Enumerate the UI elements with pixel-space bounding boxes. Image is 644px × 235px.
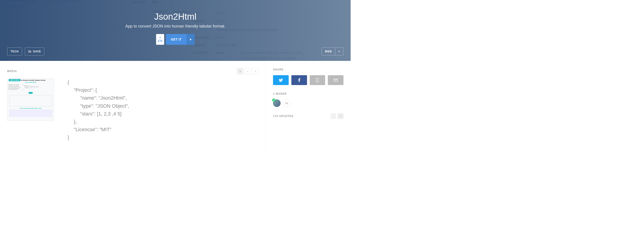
save-label: SAVE bbox=[33, 50, 41, 53]
chevron-left-icon: ‹ bbox=[247, 69, 248, 73]
upvote-button[interactable]: ▲ 172 bbox=[156, 34, 164, 45]
triangle-up-icon: ▲ bbox=[159, 36, 161, 39]
upvotes-next-button[interactable]: › bbox=[338, 113, 344, 119]
add-maker-label: M bbox=[286, 102, 288, 105]
share-section-label: SHARE bbox=[273, 68, 344, 71]
get-it-dropdown[interactable]: ▾ bbox=[186, 34, 194, 45]
preview-line: }, bbox=[68, 118, 250, 126]
facebook-icon bbox=[298, 78, 300, 82]
list-icon bbox=[28, 50, 31, 53]
preview-line: "Licencse": "MIT" bbox=[68, 126, 250, 133]
share-twitter-button[interactable] bbox=[273, 75, 289, 85]
get-it-button[interactable]: GET IT bbox=[166, 34, 186, 45]
preview-line: "name": "Json2Html", bbox=[68, 94, 250, 102]
media-section-label: MEDIA bbox=[7, 70, 17, 73]
chevron-right-icon: › bbox=[255, 69, 256, 73]
thumb-run-button bbox=[28, 92, 33, 94]
plus-icon: + bbox=[338, 50, 340, 53]
preview-line: "type": "JSON Object", bbox=[68, 102, 250, 110]
media-prev-button[interactable]: ‹ bbox=[245, 68, 251, 74]
media-gallery: JSON 2 HTML JSON to Human friendly Tabul… bbox=[7, 78, 258, 141]
chevron-right-icon: › bbox=[340, 115, 341, 118]
preview-line: } bbox=[68, 133, 250, 141]
thumb-sub: Input Valid JSON bbox=[8, 82, 54, 83]
twitter-icon bbox=[279, 79, 283, 82]
media-thumbnail-1[interactable]: JSON 2 HTML JSON to Human friendly Tabul… bbox=[7, 78, 54, 121]
thumb-table bbox=[9, 95, 52, 106]
hero-banner: Twitter-Bootstrap and Font-awesome icon … bbox=[0, 0, 350, 61]
preview-line: { bbox=[68, 78, 250, 86]
get-it-button-group: GET IT ▾ bbox=[166, 34, 194, 45]
add-platform-button[interactable]: + bbox=[335, 48, 343, 55]
svg-point-6 bbox=[317, 81, 318, 82]
save-button[interactable]: SAVE bbox=[25, 48, 44, 56]
product-tagline: App to convert JSON into human friendly … bbox=[0, 24, 350, 29]
add-maker-button[interactable]: M bbox=[283, 99, 290, 107]
tech-tag-button[interactable]: TECH bbox=[7, 48, 22, 56]
thumb-footer: Auto-Generated HTML Table Code: bbox=[8, 108, 54, 109]
product-title: Json2Html bbox=[0, 0, 350, 22]
maker-badge: M bbox=[272, 98, 275, 102]
share-email-button[interactable] bbox=[328, 75, 344, 85]
caret-down-icon: ▾ bbox=[190, 37, 192, 42]
upvotes-section-label: 172 UPVOTES bbox=[273, 115, 294, 118]
share-mobile-button[interactable] bbox=[310, 75, 325, 85]
maker-avatar[interactable]: M bbox=[273, 99, 281, 107]
media-preview-large[interactable]: { "Project": { "name": "Json2Html", "typ… bbox=[58, 78, 258, 141]
upvote-count: 172 bbox=[158, 39, 162, 43]
mobile-icon bbox=[316, 78, 319, 82]
media-next-button[interactable]: › bbox=[252, 68, 258, 74]
platform-tag-group: WEB + bbox=[322, 48, 344, 56]
upvotes-prev-button[interactable]: ‹ bbox=[330, 113, 336, 119]
chevron-left-icon: ‹ bbox=[333, 115, 334, 118]
plus-icon: + bbox=[239, 69, 241, 73]
thumb-badge: JSON 2 HTML bbox=[9, 79, 20, 81]
preview-line: "stars": [1, 2,3 ,4 5] bbox=[68, 110, 250, 118]
web-tag-button[interactable]: WEB bbox=[322, 48, 335, 55]
add-media-button[interactable]: + bbox=[237, 68, 243, 74]
tech-label: TECH bbox=[10, 50, 19, 53]
email-icon bbox=[334, 79, 338, 82]
preview-line: "Project": { bbox=[68, 86, 250, 94]
thumb-code bbox=[9, 110, 52, 117]
share-facebook-button[interactable] bbox=[291, 75, 307, 85]
web-label: WEB bbox=[325, 50, 332, 53]
maker-section-label: 1 MAKER bbox=[273, 92, 344, 95]
